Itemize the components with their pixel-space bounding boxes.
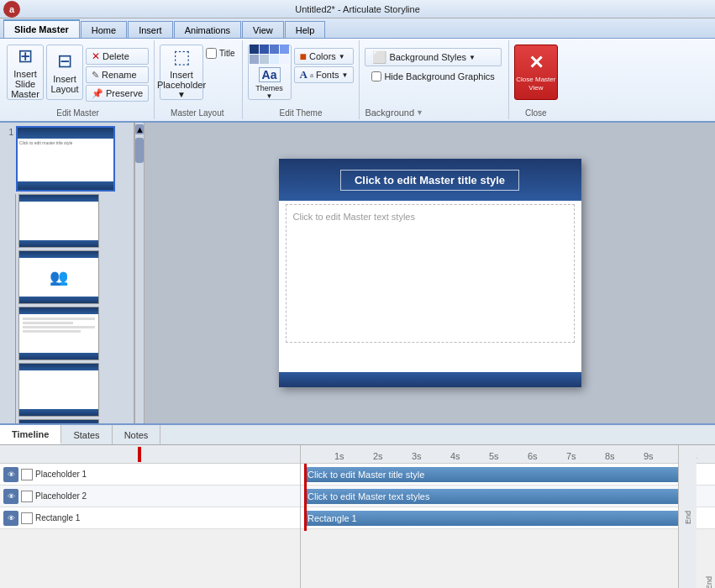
lock-checkbox-1[interactable] (21, 469, 33, 480)
slide-content-area[interactable]: Click to edit Master text styles (286, 204, 575, 343)
slide-panel[interactable]: 1 Click to edit master title style (0, 123, 134, 423)
sub-slide-4[interactable] (18, 307, 99, 360)
group-edit-theme-label: Edit Theme (248, 108, 355, 119)
group-edit-master: ⊞ Insert Slide Master ⊟ Insert Layout ✕ … (3, 40, 155, 119)
tab-states[interactable]: States (61, 425, 112, 444)
thumb-footer-1 (18, 181, 113, 190)
ruler-marks: 1s 2s 3s 4s 5s 6s 7s 8s 9s 10s (304, 451, 715, 461)
background-styles-button[interactable]: ⬜ Background Styles ▼ (365, 48, 501, 66)
colors-button[interactable]: ■ Colors ▼ (294, 48, 355, 65)
ribbon-tabs: Slide Master Home Insert Animations View… (0, 18, 715, 39)
playhead-marker (138, 447, 141, 462)
tab-timeline[interactable]: Timeline (0, 425, 61, 444)
slide-title-text[interactable]: Click to edit Master title style (340, 170, 519, 191)
hide-background-graphics-button[interactable]: Hide Background Graphics (365, 68, 501, 85)
group-background-label: Background ▼ (365, 108, 501, 119)
eye-icon-3[interactable]: 👁 (3, 511, 18, 526)
slide-number-1: 1 (3, 126, 13, 137)
timeline-row-1[interactable]: 👁 Placeholder 1 (0, 464, 300, 486)
tab-view[interactable]: View (242, 21, 284, 38)
timeline-right: 1s 2s 3s 4s 5s 6s 7s 8s 9s 10s End C (301, 445, 715, 588)
group-close-label: Close (514, 108, 558, 119)
slide-thumb-img-1[interactable]: Click to edit master title style (16, 126, 115, 192)
track-row-3: Rectangle 1 ▶ (301, 507, 715, 529)
tab-notes[interactable]: Notes (113, 425, 161, 444)
scroll-thumb[interactable] (135, 138, 144, 163)
track-bar-1[interactable]: Click to edit Master title style ▶ (304, 467, 693, 482)
tab-slide-master[interactable]: Slide Master (3, 19, 80, 38)
group-master-layout: ⬚ Insert Placeholder ▼ Title Master Layo… (155, 40, 243, 119)
sub-slide-5[interactable] (18, 363, 99, 417)
insert-placeholder-button[interactable]: ⬚ Insert Placeholder ▼ (160, 45, 203, 100)
insert-placeholder-icon: ⬚ (173, 46, 191, 68)
slide-panel-scrollbar[interactable]: ▲ (134, 123, 145, 423)
themes-icon (250, 45, 289, 64)
main-area: 1 Click to edit master title style (0, 123, 715, 423)
timeline-tabs: Timeline States Notes (0, 425, 715, 445)
eye-icon-2[interactable]: 👁 (3, 489, 18, 504)
tab-animations[interactable]: Animations (174, 21, 241, 38)
insert-layout-icon: ⊟ (57, 50, 72, 72)
insert-layout-button[interactable]: ⊟ Insert Layout (46, 45, 83, 100)
slide-panel-container: 1 Click to edit master title style (0, 123, 145, 423)
fonts-icon: A (300, 68, 308, 81)
title-checkbox[interactable] (206, 48, 217, 59)
track-bar-2[interactable]: Click to edit Master text styles ▶ (304, 489, 693, 504)
track-row-1: Click to edit Master title style ▶ (301, 464, 715, 486)
delete-button[interactable]: ✕ Delete (86, 48, 149, 65)
thumb-body-1: Click to edit master title style (18, 139, 113, 184)
sub-slide-3[interactable]: 👥 (18, 250, 99, 304)
timeline-left: 👁 Placeholder 1 👁 Placeholder 2 👁 Rectan… (0, 445, 301, 588)
canvas-area: Click to edit Master title style Click t… (145, 123, 715, 423)
group-close: ✕ Close Master View Close (509, 40, 563, 119)
slide-title-bar[interactable]: Click to edit Master title style (279, 159, 581, 201)
track-bar-3[interactable]: Rectangle 1 ▶ (304, 511, 693, 526)
timeline-row-3[interactable]: 👁 Rectangle 1 (0, 507, 300, 529)
slide-footer-bar (279, 372, 581, 387)
end-label: End (705, 445, 713, 464)
hide-background-checkbox[interactable] (371, 71, 381, 81)
tab-home[interactable]: Home (81, 21, 127, 38)
preserve-icon: 📌 (92, 88, 103, 99)
group-master-layout-label: Master Layout (160, 108, 235, 119)
timeline-header-row (0, 445, 300, 464)
track-row-2: Click to edit Master text styles ▶ (301, 486, 715, 507)
rename-icon: ✎ (92, 70, 99, 81)
timeline-area: Timeline States Notes 👁 Placeholder 1 👁 … (0, 423, 715, 588)
delete-icon: ✕ (92, 50, 100, 62)
lock-checkbox-2[interactable] (21, 491, 33, 502)
themes-button[interactable]: Aa Themes ▼ (248, 45, 292, 100)
insert-slide-master-icon: ⊞ (18, 45, 33, 67)
end-column: End (678, 445, 697, 588)
slide-thumbnail-1[interactable]: 1 Click to edit master title style (3, 126, 130, 192)
timeline-ruler: 1s 2s 3s 4s 5s 6s 7s 8s 9s 10s End (301, 445, 715, 464)
app-icon: a (3, 1, 20, 18)
row-label-2: Placeholder 2 (35, 491, 297, 501)
group-edit-theme: Aa Themes ▼ ■ Colors ▼ A a Fonts ▼ Edit … (243, 40, 360, 119)
sub-slide-2[interactable] (18, 194, 99, 248)
tab-insert[interactable]: Insert (128, 21, 173, 38)
insert-slide-master-button[interactable]: ⊞ Insert Slide Master (7, 45, 44, 100)
thumb-header-1 (18, 128, 113, 139)
group-background: ⬜ Background Styles ▼ Hide Background Gr… (360, 40, 508, 119)
lock-checkbox-3[interactable] (21, 512, 33, 524)
row-label-1: Placeholder 1 (35, 470, 297, 479)
tab-help[interactable]: Help (285, 21, 326, 38)
slide-canvas[interactable]: Click to edit Master title style Click t… (279, 159, 581, 387)
timeline-row-2[interactable]: 👁 Placeholder 2 (0, 486, 300, 507)
title-label: Title (219, 49, 235, 58)
title-bar: a Untitled2* - Articulate Storyline (0, 0, 715, 18)
ribbon-content: ⊞ Insert Slide Master ⊟ Insert Layout ✕ … (0, 39, 715, 123)
preserve-button[interactable]: 📌 Preserve (86, 85, 149, 102)
scroll-up-arrow[interactable]: ▲ (135, 124, 144, 134)
colors-icon: ■ (300, 50, 307, 63)
close-master-view-button[interactable]: ✕ Close Master View (514, 45, 558, 100)
fonts-button[interactable]: A a Fonts ▼ (294, 66, 355, 83)
row-label-3: Rectangle 1 (35, 513, 297, 522)
eye-icon-1[interactable]: 👁 (3, 467, 18, 482)
sub-slide-6[interactable] (18, 419, 99, 423)
title-bar-text: Untitled2* - Articulate Storyline (295, 4, 420, 14)
sub-slides-group: 👥 (3, 194, 130, 423)
close-master-view-icon: ✕ (528, 52, 544, 74)
rename-button[interactable]: ✎ Rename (86, 66, 149, 83)
